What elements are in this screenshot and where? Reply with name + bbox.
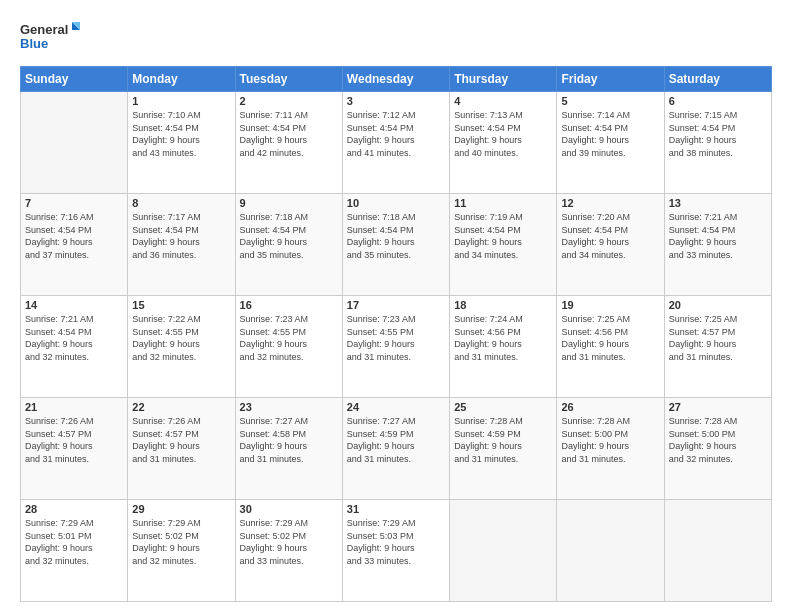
day-number: 21 [25,401,123,413]
week-row-3: 14Sunrise: 7:21 AM Sunset: 4:54 PM Dayli… [21,296,772,398]
day-number: 10 [347,197,445,209]
calendar-cell: 24Sunrise: 7:27 AM Sunset: 4:59 PM Dayli… [342,398,449,500]
day-info: Sunrise: 7:16 AM Sunset: 4:54 PM Dayligh… [25,211,123,261]
day-info: Sunrise: 7:28 AM Sunset: 5:00 PM Dayligh… [561,415,659,465]
weekday-thursday: Thursday [450,67,557,92]
calendar-cell: 14Sunrise: 7:21 AM Sunset: 4:54 PM Dayli… [21,296,128,398]
calendar-cell [557,500,664,602]
calendar-cell: 7Sunrise: 7:16 AM Sunset: 4:54 PM Daylig… [21,194,128,296]
week-row-2: 7Sunrise: 7:16 AM Sunset: 4:54 PM Daylig… [21,194,772,296]
calendar-cell: 15Sunrise: 7:22 AM Sunset: 4:55 PM Dayli… [128,296,235,398]
week-row-4: 21Sunrise: 7:26 AM Sunset: 4:57 PM Dayli… [21,398,772,500]
day-number: 26 [561,401,659,413]
day-info: Sunrise: 7:17 AM Sunset: 4:54 PM Dayligh… [132,211,230,261]
day-number: 25 [454,401,552,413]
day-info: Sunrise: 7:29 AM Sunset: 5:03 PM Dayligh… [347,517,445,567]
day-info: Sunrise: 7:22 AM Sunset: 4:55 PM Dayligh… [132,313,230,363]
calendar-cell: 28Sunrise: 7:29 AM Sunset: 5:01 PM Dayli… [21,500,128,602]
calendar-cell: 1Sunrise: 7:10 AM Sunset: 4:54 PM Daylig… [128,92,235,194]
calendar-body: 1Sunrise: 7:10 AM Sunset: 4:54 PM Daylig… [21,92,772,602]
day-info: Sunrise: 7:26 AM Sunset: 4:57 PM Dayligh… [132,415,230,465]
day-number: 5 [561,95,659,107]
calendar-cell: 25Sunrise: 7:28 AM Sunset: 4:59 PM Dayli… [450,398,557,500]
day-info: Sunrise: 7:27 AM Sunset: 4:58 PM Dayligh… [240,415,338,465]
calendar-cell: 8Sunrise: 7:17 AM Sunset: 4:54 PM Daylig… [128,194,235,296]
day-info: Sunrise: 7:20 AM Sunset: 4:54 PM Dayligh… [561,211,659,261]
day-info: Sunrise: 7:26 AM Sunset: 4:57 PM Dayligh… [25,415,123,465]
calendar-cell: 31Sunrise: 7:29 AM Sunset: 5:03 PM Dayli… [342,500,449,602]
calendar-cell: 6Sunrise: 7:15 AM Sunset: 4:54 PM Daylig… [664,92,771,194]
day-number: 27 [669,401,767,413]
weekday-wednesday: Wednesday [342,67,449,92]
day-number: 28 [25,503,123,515]
weekday-sunday: Sunday [21,67,128,92]
day-number: 31 [347,503,445,515]
svg-text:General: General [20,22,68,37]
calendar-table: SundayMondayTuesdayWednesdayThursdayFrid… [20,66,772,602]
day-number: 1 [132,95,230,107]
weekday-friday: Friday [557,67,664,92]
calendar-cell: 18Sunrise: 7:24 AM Sunset: 4:56 PM Dayli… [450,296,557,398]
day-number: 9 [240,197,338,209]
day-number: 4 [454,95,552,107]
day-number: 8 [132,197,230,209]
day-info: Sunrise: 7:12 AM Sunset: 4:54 PM Dayligh… [347,109,445,159]
calendar-cell: 17Sunrise: 7:23 AM Sunset: 4:55 PM Dayli… [342,296,449,398]
day-info: Sunrise: 7:14 AM Sunset: 4:54 PM Dayligh… [561,109,659,159]
calendar-cell: 27Sunrise: 7:28 AM Sunset: 5:00 PM Dayli… [664,398,771,500]
day-number: 16 [240,299,338,311]
day-info: Sunrise: 7:19 AM Sunset: 4:54 PM Dayligh… [454,211,552,261]
day-number: 12 [561,197,659,209]
week-row-5: 28Sunrise: 7:29 AM Sunset: 5:01 PM Dayli… [21,500,772,602]
day-number: 18 [454,299,552,311]
day-number: 23 [240,401,338,413]
day-info: Sunrise: 7:27 AM Sunset: 4:59 PM Dayligh… [347,415,445,465]
calendar-cell: 2Sunrise: 7:11 AM Sunset: 4:54 PM Daylig… [235,92,342,194]
day-info: Sunrise: 7:10 AM Sunset: 4:54 PM Dayligh… [132,109,230,159]
day-info: Sunrise: 7:29 AM Sunset: 5:02 PM Dayligh… [132,517,230,567]
day-info: Sunrise: 7:15 AM Sunset: 4:54 PM Dayligh… [669,109,767,159]
calendar-cell [450,500,557,602]
weekday-saturday: Saturday [664,67,771,92]
day-info: Sunrise: 7:23 AM Sunset: 4:55 PM Dayligh… [240,313,338,363]
day-info: Sunrise: 7:18 AM Sunset: 4:54 PM Dayligh… [240,211,338,261]
calendar-cell: 4Sunrise: 7:13 AM Sunset: 4:54 PM Daylig… [450,92,557,194]
week-row-1: 1Sunrise: 7:10 AM Sunset: 4:54 PM Daylig… [21,92,772,194]
day-info: Sunrise: 7:25 AM Sunset: 4:57 PM Dayligh… [669,313,767,363]
day-info: Sunrise: 7:29 AM Sunset: 5:02 PM Dayligh… [240,517,338,567]
day-number: 29 [132,503,230,515]
header: General Blue [20,18,772,58]
calendar-cell: 23Sunrise: 7:27 AM Sunset: 4:58 PM Dayli… [235,398,342,500]
day-number: 17 [347,299,445,311]
day-number: 13 [669,197,767,209]
calendar-cell [21,92,128,194]
day-number: 22 [132,401,230,413]
day-info: Sunrise: 7:24 AM Sunset: 4:56 PM Dayligh… [454,313,552,363]
calendar-cell: 12Sunrise: 7:20 AM Sunset: 4:54 PM Dayli… [557,194,664,296]
day-info: Sunrise: 7:28 AM Sunset: 5:00 PM Dayligh… [669,415,767,465]
day-info: Sunrise: 7:25 AM Sunset: 4:56 PM Dayligh… [561,313,659,363]
calendar-cell: 19Sunrise: 7:25 AM Sunset: 4:56 PM Dayli… [557,296,664,398]
calendar-cell [664,500,771,602]
calendar-cell: 10Sunrise: 7:18 AM Sunset: 4:54 PM Dayli… [342,194,449,296]
day-info: Sunrise: 7:28 AM Sunset: 4:59 PM Dayligh… [454,415,552,465]
calendar-cell: 11Sunrise: 7:19 AM Sunset: 4:54 PM Dayli… [450,194,557,296]
calendar-cell: 3Sunrise: 7:12 AM Sunset: 4:54 PM Daylig… [342,92,449,194]
weekday-monday: Monday [128,67,235,92]
day-info: Sunrise: 7:23 AM Sunset: 4:55 PM Dayligh… [347,313,445,363]
calendar-cell: 29Sunrise: 7:29 AM Sunset: 5:02 PM Dayli… [128,500,235,602]
calendar-cell: 9Sunrise: 7:18 AM Sunset: 4:54 PM Daylig… [235,194,342,296]
calendar-cell: 5Sunrise: 7:14 AM Sunset: 4:54 PM Daylig… [557,92,664,194]
day-info: Sunrise: 7:11 AM Sunset: 4:54 PM Dayligh… [240,109,338,159]
day-number: 6 [669,95,767,107]
day-info: Sunrise: 7:13 AM Sunset: 4:54 PM Dayligh… [454,109,552,159]
logo-svg: General Blue [20,18,80,58]
day-number: 14 [25,299,123,311]
day-number: 30 [240,503,338,515]
day-info: Sunrise: 7:21 AM Sunset: 4:54 PM Dayligh… [669,211,767,261]
weekday-header-row: SundayMondayTuesdayWednesdayThursdayFrid… [21,67,772,92]
calendar-cell: 16Sunrise: 7:23 AM Sunset: 4:55 PM Dayli… [235,296,342,398]
calendar-cell: 30Sunrise: 7:29 AM Sunset: 5:02 PM Dayli… [235,500,342,602]
day-number: 11 [454,197,552,209]
day-number: 3 [347,95,445,107]
